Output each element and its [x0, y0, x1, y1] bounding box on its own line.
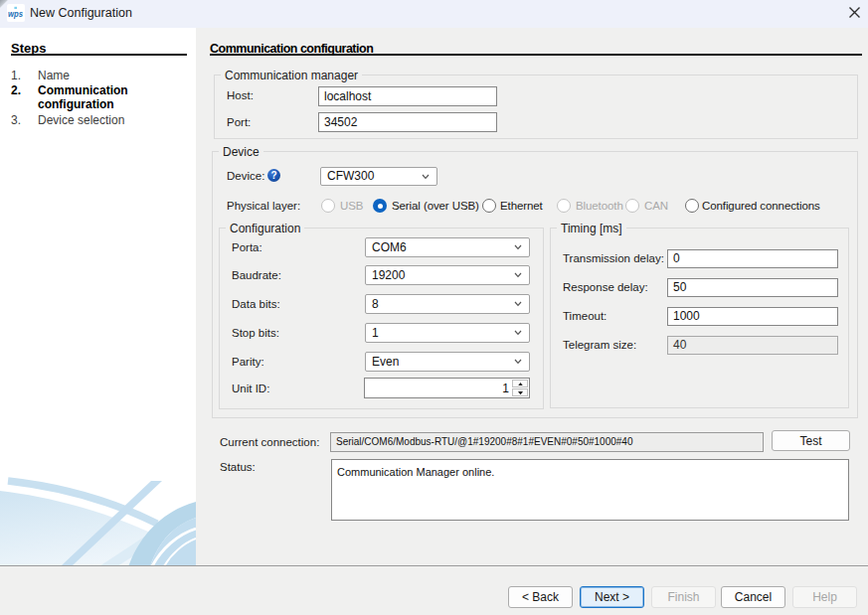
svg-text:wps: wps [8, 8, 23, 19]
